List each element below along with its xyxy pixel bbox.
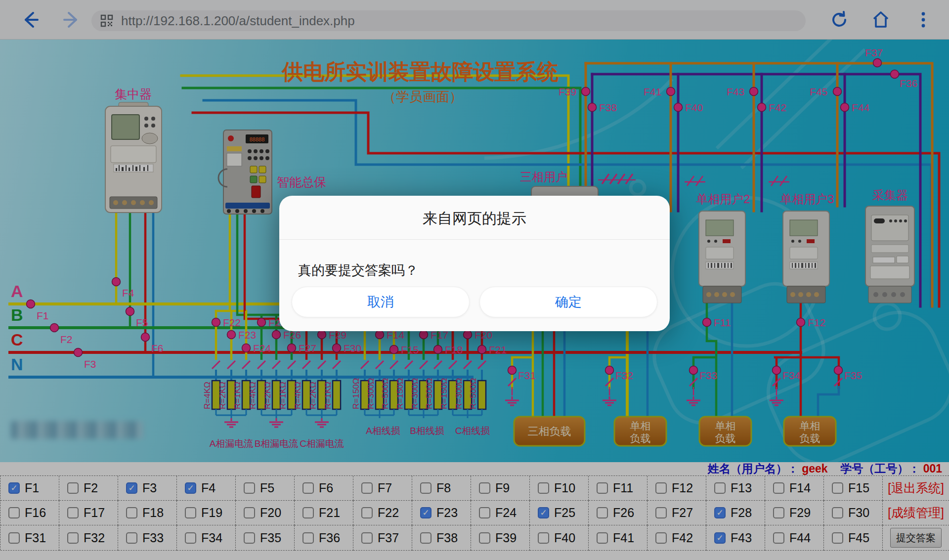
webpage-alert-dialog: 来自网页的提示 真的要提交答案吗？ 取消 确定 bbox=[279, 196, 670, 331]
cancel-button[interactable]: 取消 bbox=[292, 287, 470, 317]
screen: http://192.168.1.200/a/student_index.php bbox=[0, 0, 949, 560]
confirm-button[interactable]: 确定 bbox=[479, 287, 657, 317]
dialog-title: 来自网页的提示 bbox=[279, 196, 670, 240]
dialog-message: 真的要提交答案吗？ bbox=[279, 240, 670, 279]
